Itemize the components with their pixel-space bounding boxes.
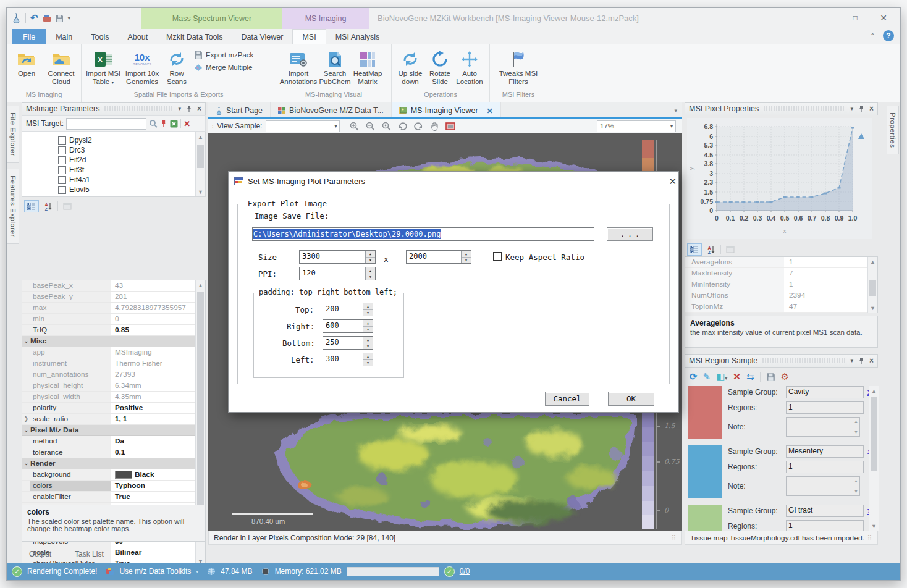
ppi-spinner[interactable]: 120 ▲▼ [299, 267, 376, 280]
categorized-view-icon[interactable] [687, 243, 702, 256]
pin-icon[interactable] [186, 105, 192, 112]
note-textarea[interactable]: ▲▼ [786, 417, 860, 437]
ok-button[interactable]: OK [608, 392, 654, 406]
property-value[interactable]: 0.1 [111, 447, 196, 458]
region-color-swatch[interactable] [688, 445, 722, 498]
alphabetical-sort-icon[interactable]: AZ [704, 244, 718, 255]
close-tab-icon[interactable]: ✕ [487, 106, 493, 116]
sample-group-input[interactable]: GI tract [786, 505, 864, 517]
sample-group-input[interactable]: Cavity [786, 386, 864, 398]
gene-list-item[interactable]: Eif4a1 [22, 175, 205, 185]
panel-close-icon[interactable]: × [869, 104, 874, 113]
maximize-button[interactable]: □ [841, 8, 869, 28]
gear-icon[interactable]: ⚙ [781, 371, 789, 382]
property-value[interactable]: Bilinear [111, 547, 196, 558]
workspace-button[interactable] [43, 14, 51, 22]
pixel-props-scrollbar[interactable]: ▲ ▼ [867, 257, 877, 313]
property-category-row[interactable]: ⌄Misc [22, 336, 196, 347]
save-region-icon[interactable] [766, 372, 775, 382]
row-scans-button[interactable]: Row Scans [162, 47, 192, 86]
collapse-icon[interactable]: ⌄ [22, 425, 30, 435]
import-msi-table-button[interactable]: X Import MSI Table ▾ [84, 47, 122, 86]
region-color-swatch[interactable] [688, 505, 722, 531]
zoom-level-combo[interactable]: 17%▾ [597, 120, 676, 132]
property-row[interactable]: basePeak_y281 [22, 292, 196, 303]
import-annotations-button[interactable]: Import Annotations [279, 47, 318, 86]
property-row[interactable]: physical_width4.35mm [22, 392, 196, 403]
collapse-icon[interactable]: ⌄ [22, 458, 30, 469]
size-width-spinner[interactable]: 3300 ▲▼ [299, 250, 376, 264]
property-value[interactable]: Black [111, 469, 196, 480]
property-value[interactable]: True [111, 492, 196, 502]
panel-close-icon[interactable]: × [869, 356, 874, 365]
sync-icon[interactable]: ⇆ [746, 371, 754, 382]
dialog-close-icon[interactable]: ✕ [669, 176, 677, 187]
qat-customize-dropdown[interactable]: ▾ [68, 15, 71, 21]
property-row[interactable]: num_annotations27393 [22, 369, 196, 380]
close-button[interactable]: ✕ [869, 8, 898, 28]
msi-pixel-properties-header[interactable]: MSI Pixel Properties ▾ × [685, 102, 878, 116]
property-row[interactable]: instrumentThermo Fisher [22, 358, 196, 369]
panel-menu-icon[interactable]: ▾ [850, 358, 853, 364]
property-value[interactable]: Positive [111, 403, 196, 413]
gene-list-item[interactable]: Elovl5 [22, 185, 205, 195]
region-list-scrollbar[interactable]: ▲ ▼ [869, 386, 879, 531]
property-row[interactable]: polarityPositive [22, 403, 196, 414]
property-value[interactable]: 4.7928318977355957 [111, 303, 196, 313]
sidebar-tab-properties[interactable]: Properties [887, 106, 899, 154]
edit-copy-icon[interactable]: ✎ [703, 371, 711, 382]
import-10x-genomics-button[interactable]: 10xGENOMICS Import 10x Genomics [122, 47, 162, 86]
property-row[interactable]: backgroundBlack [22, 469, 196, 481]
dialog-title-bar[interactable]: Set MS-Imaging Plot Parameters ✕ [229, 172, 684, 190]
tab-start-page[interactable]: Start Page [208, 102, 271, 119]
property-row[interactable]: methodDa [22, 436, 196, 447]
tab-overflow-icon[interactable]: ▾ [674, 107, 677, 114]
browse-button[interactable]: . . . [607, 227, 653, 241]
view-sample-combo[interactable]: ▾ [266, 120, 340, 132]
search-icon[interactable] [149, 119, 158, 128]
tab-mzkit-data-tools[interactable]: Mzkit Data Tools [157, 29, 232, 44]
tab-ms-imaging-viewer[interactable]: MS-Imaging Viewer ✕ [392, 102, 501, 119]
property-value[interactable]: 281 [111, 292, 196, 302]
property-row[interactable]: max4.7928318977355957 [22, 303, 196, 314]
auto-location-button[interactable]: Auto Location [454, 47, 486, 86]
tab-file[interactable]: File [12, 29, 46, 44]
rotate-left-icon[interactable] [396, 122, 408, 130]
property-row[interactable]: physical_height6.34mm [22, 380, 196, 392]
keep-aspect-label[interactable]: Keep Aspect Ratio [505, 253, 584, 262]
region-color-swatch[interactable] [688, 386, 722, 439]
tasks-count-link[interactable]: 0/0 [460, 567, 470, 576]
cancel-button[interactable]: Cancel [545, 392, 589, 406]
tab-about[interactable]: About [118, 29, 157, 44]
pixel-property-row[interactable]: AverageIons1 [685, 257, 868, 268]
gene-checkbox[interactable] [58, 186, 66, 194]
property-value[interactable]: 27393 [111, 369, 196, 380]
tweaks-msi-filters-button[interactable]: Tweaks MSI Filters [498, 47, 539, 86]
padding-top-spinner[interactable]: 200▲▼ [323, 303, 373, 316]
property-value[interactable]: 0.85 [111, 325, 196, 335]
pin-target-icon[interactable] [160, 120, 167, 128]
merge-multiple-button[interactable]: Merge Multiple [194, 63, 253, 72]
sidebar-tab-file-explorer[interactable]: File Explorer [7, 106, 19, 163]
tab-main[interactable]: Main [46, 29, 82, 44]
property-category-row[interactable]: ⌄Render [22, 458, 196, 469]
property-value[interactable]: 1, 1 [111, 414, 196, 424]
property-value[interactable]: 4.35mm [111, 392, 196, 402]
property-row[interactable]: appMSImaging [22, 347, 196, 358]
tab-tools[interactable]: Tools [82, 29, 118, 44]
gene-checkbox[interactable] [58, 146, 66, 154]
tab-msi-analysis[interactable]: MSI Analysis [326, 29, 389, 44]
tab-task-list[interactable]: Task List [71, 548, 108, 560]
padding-left-spinner[interactable]: 300▲▼ [323, 353, 373, 366]
upside-down-button[interactable]: Up side down [394, 47, 426, 86]
collapse-ribbon-icon[interactable]: ⌃ [870, 32, 875, 40]
zoom-in-icon[interactable] [348, 122, 360, 131]
rotate-right-icon[interactable] [412, 122, 424, 130]
contextual-header-imaging[interactable]: MS Imaging [282, 8, 369, 29]
minimize-button[interactable]: — [812, 8, 841, 28]
gene-checkbox[interactable] [58, 156, 66, 164]
property-value[interactable]: Da [111, 436, 196, 447]
panel-close-icon[interactable]: × [197, 104, 201, 113]
gene-list-scrollbar[interactable]: ▲ ▼ [195, 132, 205, 196]
property-row[interactable]: ❯scale_ratio1, 1 [22, 414, 196, 425]
